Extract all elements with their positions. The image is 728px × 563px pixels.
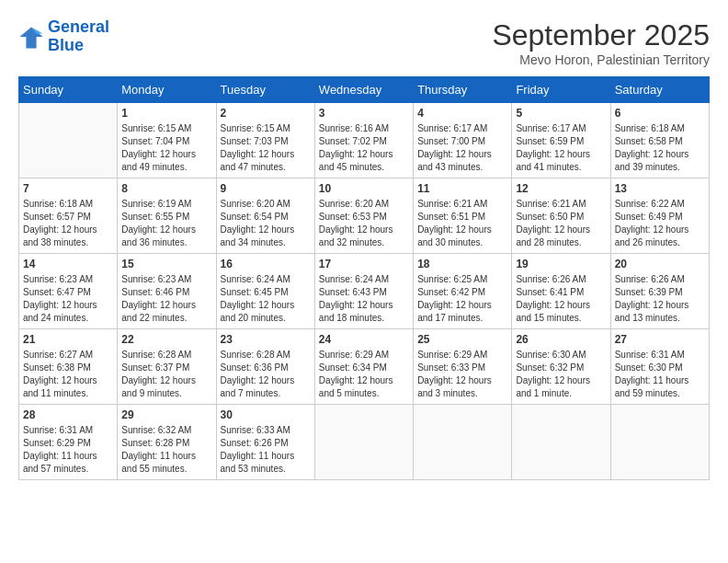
calendar-cell: 1Sunrise: 6:15 AM Sunset: 7:04 PM Daylig… (118, 103, 216, 178)
day-number: 5 (516, 107, 606, 120)
day-number: 2 (221, 107, 311, 120)
calendar-cell: 12Sunrise: 6:21 AM Sunset: 6:50 PM Dayli… (512, 178, 610, 254)
day-number: 23 (221, 333, 311, 346)
day-number: 20 (615, 258, 705, 270)
day-number: 4 (417, 107, 507, 120)
calendar-cell: 26Sunrise: 6:30 AM Sunset: 6:32 PM Dayli… (512, 329, 610, 405)
weekday-header-sunday: Sunday (19, 77, 118, 103)
calendar-week-3: 14Sunrise: 6:23 AM Sunset: 6:47 PM Dayli… (19, 254, 710, 329)
calendar-cell (610, 405, 709, 480)
calendar-cell: 6Sunrise: 6:18 AM Sunset: 6:58 PM Daylig… (610, 103, 709, 178)
weekday-header-thursday: Thursday (414, 77, 512, 103)
calendar-week-4: 21Sunrise: 6:27 AM Sunset: 6:38 PM Dayli… (19, 329, 710, 405)
day-number: 24 (319, 333, 409, 346)
day-info: Sunrise: 6:17 AM Sunset: 7:00 PM Dayligh… (417, 122, 507, 174)
day-info: Sunrise: 6:29 AM Sunset: 6:33 PM Dayligh… (417, 349, 507, 400)
calendar-cell: 24Sunrise: 6:29 AM Sunset: 6:34 PM Dayli… (314, 329, 413, 405)
calendar-cell: 27Sunrise: 6:31 AM Sunset: 6:30 PM Dayli… (610, 329, 709, 405)
weekday-header-wednesday: Wednesday (314, 77, 413, 103)
weekday-header-friday: Friday (512, 77, 610, 103)
logo-line1: General (48, 18, 109, 37)
calendar-table: SundayMondayTuesdayWednesdayThursdayFrid… (18, 76, 710, 480)
calendar-cell (512, 405, 610, 480)
day-info: Sunrise: 6:25 AM Sunset: 6:42 PM Dayligh… (417, 273, 507, 325)
calendar-cell: 22Sunrise: 6:28 AM Sunset: 6:37 PM Dayli… (118, 329, 216, 405)
calendar-cell: 11Sunrise: 6:21 AM Sunset: 6:51 PM Dayli… (414, 178, 512, 254)
weekday-header-saturday: Saturday (610, 77, 709, 103)
calendar-week-1: 1Sunrise: 6:15 AM Sunset: 7:04 PM Daylig… (19, 103, 710, 178)
day-info: Sunrise: 6:29 AM Sunset: 6:34 PM Dayligh… (319, 349, 409, 400)
calendar-cell: 28Sunrise: 6:31 AM Sunset: 6:29 PM Dayli… (19, 405, 118, 480)
day-info: Sunrise: 6:17 AM Sunset: 6:59 PM Dayligh… (516, 122, 606, 174)
calendar-cell: 25Sunrise: 6:29 AM Sunset: 6:33 PM Dayli… (414, 329, 512, 405)
day-number: 17 (319, 258, 409, 270)
day-info: Sunrise: 6:20 AM Sunset: 6:54 PM Dayligh… (221, 198, 311, 249)
day-number: 29 (121, 408, 211, 421)
day-info: Sunrise: 6:20 AM Sunset: 6:53 PM Dayligh… (319, 198, 409, 249)
calendar-cell: 10Sunrise: 6:20 AM Sunset: 6:53 PM Dayli… (314, 178, 413, 254)
calendar-week-2: 7Sunrise: 6:18 AM Sunset: 6:57 PM Daylig… (19, 178, 710, 254)
calendar-cell (314, 405, 413, 480)
calendar-cell: 9Sunrise: 6:20 AM Sunset: 6:54 PM Daylig… (216, 178, 314, 254)
day-number: 11 (417, 182, 507, 195)
day-number: 12 (516, 182, 606, 195)
day-info: Sunrise: 6:15 AM Sunset: 7:03 PM Dayligh… (221, 122, 311, 174)
day-info: Sunrise: 6:23 AM Sunset: 6:47 PM Dayligh… (23, 273, 113, 325)
day-number: 26 (516, 333, 606, 346)
calendar-cell (19, 103, 118, 178)
calendar-cell: 20Sunrise: 6:26 AM Sunset: 6:39 PM Dayli… (610, 254, 709, 329)
calendar-cell: 15Sunrise: 6:23 AM Sunset: 6:46 PM Dayli… (118, 254, 216, 329)
day-number: 27 (615, 333, 705, 346)
day-number: 28 (23, 408, 113, 421)
location: Mevo Horon, Palestinian Territory (492, 52, 710, 67)
weekday-header-tuesday: Tuesday (216, 77, 314, 103)
day-number: 15 (121, 258, 211, 270)
day-info: Sunrise: 6:27 AM Sunset: 6:38 PM Dayligh… (23, 349, 113, 400)
page-header: General Blue September 2025 Mevo Horon, … (18, 18, 710, 67)
day-info: Sunrise: 6:18 AM Sunset: 6:57 PM Dayligh… (23, 198, 113, 249)
day-number: 1 (121, 107, 211, 120)
calendar-cell: 18Sunrise: 6:25 AM Sunset: 6:42 PM Dayli… (414, 254, 512, 329)
day-info: Sunrise: 6:24 AM Sunset: 6:43 PM Dayligh… (319, 273, 409, 325)
day-info: Sunrise: 6:30 AM Sunset: 6:32 PM Dayligh… (516, 349, 606, 400)
svg-marker-0 (19, 27, 42, 48)
day-info: Sunrise: 6:28 AM Sunset: 6:37 PM Dayligh… (121, 349, 211, 400)
day-info: Sunrise: 6:15 AM Sunset: 7:04 PM Dayligh… (121, 122, 211, 174)
day-info: Sunrise: 6:21 AM Sunset: 6:50 PM Dayligh… (516, 198, 606, 249)
day-info: Sunrise: 6:19 AM Sunset: 6:55 PM Dayligh… (121, 198, 211, 249)
logo: General Blue (18, 18, 109, 55)
day-info: Sunrise: 6:16 AM Sunset: 7:02 PM Dayligh… (319, 122, 409, 174)
calendar-week-5: 28Sunrise: 6:31 AM Sunset: 6:29 PM Dayli… (19, 405, 710, 480)
day-number: 6 (615, 107, 705, 120)
day-info: Sunrise: 6:33 AM Sunset: 6:26 PM Dayligh… (221, 424, 311, 476)
calendar-cell: 5Sunrise: 6:17 AM Sunset: 6:59 PM Daylig… (512, 103, 610, 178)
calendar-cell: 30Sunrise: 6:33 AM Sunset: 6:26 PM Dayli… (216, 405, 314, 480)
day-number: 9 (221, 182, 311, 195)
calendar-cell: 3Sunrise: 6:16 AM Sunset: 7:02 PM Daylig… (314, 103, 413, 178)
calendar-cell: 13Sunrise: 6:22 AM Sunset: 6:49 PM Dayli… (610, 178, 709, 254)
day-info: Sunrise: 6:22 AM Sunset: 6:49 PM Dayligh… (615, 198, 705, 249)
calendar-cell: 16Sunrise: 6:24 AM Sunset: 6:45 PM Dayli… (216, 254, 314, 329)
weekday-header-monday: Monday (118, 77, 216, 103)
day-number: 25 (417, 333, 507, 346)
calendar-cell: 4Sunrise: 6:17 AM Sunset: 7:00 PM Daylig… (414, 103, 512, 178)
day-info: Sunrise: 6:23 AM Sunset: 6:46 PM Dayligh… (121, 273, 211, 325)
day-number: 13 (615, 182, 705, 195)
day-number: 8 (121, 182, 211, 195)
calendar-cell: 29Sunrise: 6:32 AM Sunset: 6:28 PM Dayli… (118, 405, 216, 480)
day-info: Sunrise: 6:31 AM Sunset: 6:29 PM Dayligh… (23, 424, 113, 476)
calendar-cell: 19Sunrise: 6:26 AM Sunset: 6:41 PM Dayli… (512, 254, 610, 329)
day-info: Sunrise: 6:24 AM Sunset: 6:45 PM Dayligh… (221, 273, 311, 325)
day-number: 14 (23, 258, 113, 270)
calendar-cell: 7Sunrise: 6:18 AM Sunset: 6:57 PM Daylig… (19, 178, 118, 254)
month-title: September 2025 (492, 18, 710, 52)
day-info: Sunrise: 6:31 AM Sunset: 6:30 PM Dayligh… (615, 349, 705, 400)
calendar-cell (414, 405, 512, 480)
calendar-cell: 23Sunrise: 6:28 AM Sunset: 6:36 PM Dayli… (216, 329, 314, 405)
day-number: 7 (23, 182, 113, 195)
logo-icon (18, 24, 44, 50)
day-info: Sunrise: 6:26 AM Sunset: 6:41 PM Dayligh… (516, 273, 606, 325)
day-number: 10 (319, 182, 409, 195)
calendar-cell: 17Sunrise: 6:24 AM Sunset: 6:43 PM Dayli… (314, 254, 413, 329)
day-number: 22 (121, 333, 211, 346)
